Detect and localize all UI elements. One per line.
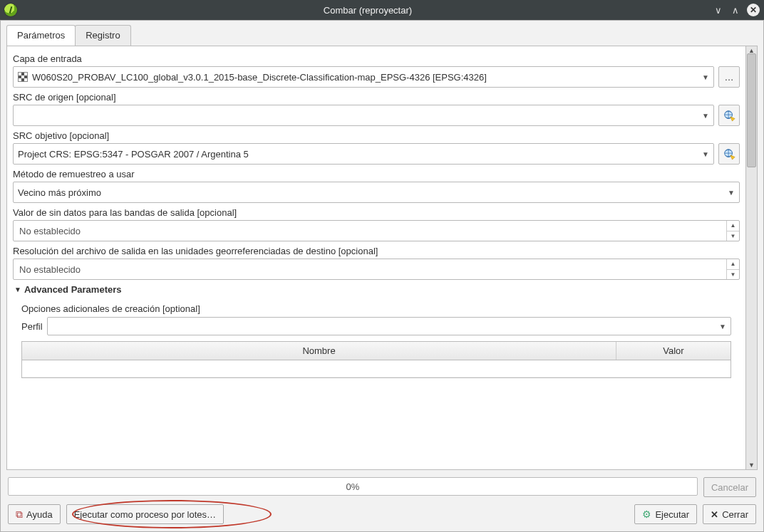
source-crs-combo[interactable]: ▼ — [13, 105, 714, 126]
resolution-value: No establecido — [14, 259, 726, 279]
qgis-icon — [4, 4, 17, 16]
input-layer-value: W060S20_PROBAV_LC100_global_v3.0.1_2015-… — [32, 72, 487, 83]
resample-combo[interactable]: Vecino más próximo ▼ — [13, 182, 740, 203]
chevron-down-icon: ▼ — [702, 112, 709, 120]
dialog-window: Parámetros Registro Capa de entrada W060… — [0, 20, 764, 532]
batch-label: Ejecutar como proceso por lotes… — [74, 509, 216, 520]
label-source-crs: SRC de origen [opcional] — [13, 92, 740, 103]
chevron-down-icon: ▼ — [702, 73, 709, 81]
spin-down-button[interactable]: ▼ — [727, 231, 739, 241]
label-nodata: Valor de sin datos para las bandas de sa… — [13, 207, 740, 218]
label-resolution: Resolución del archivo de salida en las … — [13, 246, 740, 256]
col-name: Nombre — [22, 342, 616, 360]
target-crs-combo[interactable]: Project CRS: EPSG:5347 - POSGAR 2007 / A… — [13, 143, 714, 165]
nodata-spinbox[interactable]: No establecido ▲ ▼ — [13, 220, 740, 241]
target-crs-pick-button[interactable] — [718, 143, 740, 165]
title-bar: Combar (reproyectar) ∨ ∧ ✕ — [0, 0, 764, 20]
spin-up-button[interactable]: ▲ — [727, 221, 739, 231]
tab-log[interactable]: Registro — [75, 25, 130, 46]
tab-bar: Parámetros Registro — [1, 21, 763, 46]
window-title: Combar (reproyectar) — [23, 5, 713, 16]
triangle-down-icon: ▼ — [14, 286, 21, 293]
cancel-button: Cancelar — [703, 477, 756, 497]
input-layer-combo[interactable]: W060S20_PROBAV_LC100_global_v3.0.1_2015-… — [13, 66, 714, 88]
advanced-label: Advanced Parameters — [24, 284, 122, 295]
gear-icon: ⚙ — [642, 508, 651, 520]
nodata-value: No establecido — [14, 221, 726, 241]
run-batch-button[interactable]: Ejecutar como proceso por lotes… — [66, 504, 224, 524]
run-label: Ejecutar — [655, 509, 689, 520]
close-icon: ✕ — [711, 509, 718, 520]
vertical-scrollbar[interactable]: ▲ ▼ — [746, 46, 758, 470]
resolution-spinbox[interactable]: No establecido ▲ ▼ — [13, 259, 740, 280]
label-create-opts: Opciones adicionales de creación [option… — [21, 303, 731, 314]
input-layer-more-button[interactable]: … — [718, 66, 740, 88]
svg-marker-1 — [731, 117, 735, 121]
crs-globe-icon — [723, 147, 735, 160]
resample-value: Vecino más próximo — [18, 187, 101, 198]
chevron-down-icon: ▼ — [719, 323, 726, 330]
table-row[interactable] — [22, 360, 731, 377]
label-resample: Método de remuestreo a usar — [13, 169, 740, 179]
label-profile: Perfil — [21, 321, 43, 332]
raster-icon — [18, 72, 28, 82]
close-window-button[interactable]: ✕ — [747, 4, 760, 16]
progress-bar: 0% — [8, 477, 698, 496]
minimize-button[interactable]: ∨ — [713, 4, 724, 16]
creation-options-table[interactable]: Nombre Valor — [21, 341, 731, 378]
spin-down-button[interactable]: ▼ — [727, 270, 739, 280]
run-button[interactable]: ⚙ Ejecutar — [634, 504, 697, 524]
cancel-label: Cancelar — [711, 482, 748, 493]
target-crs-value: Project CRS: EPSG:5347 - POSGAR 2007 / A… — [18, 149, 249, 160]
source-crs-pick-button[interactable] — [718, 105, 740, 126]
dialog-footer: 0% Cancelar ⧉ Ayuda Ejecutar como proces… — [1, 470, 763, 531]
spin-up-button[interactable]: ▲ — [727, 259, 739, 270]
scroll-down-arrow[interactable]: ▼ — [746, 461, 757, 469]
advanced-parameters-body: Opciones adicionales de creación [option… — [16, 299, 737, 382]
help-label: Ayuda — [26, 509, 53, 520]
profile-combo[interactable]: ▼ — [47, 317, 731, 335]
help-icon: ⧉ — [16, 509, 23, 519]
scroll-thumb[interactable] — [747, 53, 756, 167]
parameters-panel: Capa de entrada W060S20_PROBAV_LC100_glo… — [6, 46, 746, 470]
more-label: … — [725, 72, 734, 83]
close-button[interactable]: ✕ Cerrar — [703, 504, 756, 524]
advanced-parameters-toggle[interactable]: ▼ Advanced Parameters — [13, 280, 740, 299]
label-target-crs: SRC objetivo [opcional] — [13, 130, 740, 141]
tab-parameters[interactable]: Parámetros — [6, 25, 76, 46]
help-button[interactable]: ⧉ Ayuda — [8, 504, 61, 524]
label-input-layer: Capa de entrada — [13, 53, 740, 64]
progress-text: 0% — [346, 481, 360, 492]
col-value: Valor — [616, 342, 731, 360]
chevron-down-icon: ▼ — [728, 189, 735, 197]
svg-marker-3 — [731, 155, 735, 160]
close-label: Cerrar — [722, 509, 748, 520]
maximize-button[interactable]: ∧ — [730, 4, 741, 16]
crs-globe-icon — [723, 109, 735, 122]
chevron-down-icon: ▼ — [702, 150, 709, 158]
